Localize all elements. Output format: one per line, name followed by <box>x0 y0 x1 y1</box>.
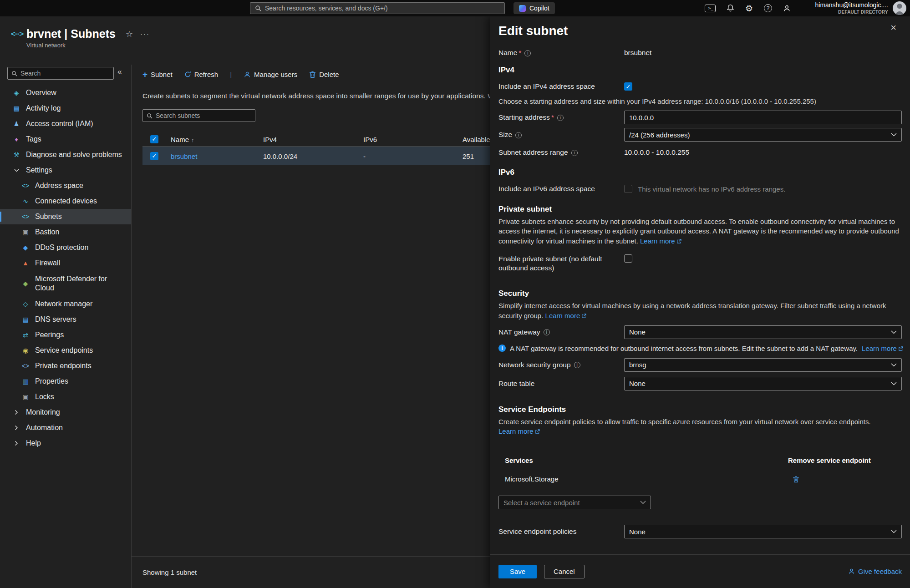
more-options-icon[interactable]: ··· <box>140 30 150 38</box>
starting-address-input[interactable] <box>624 111 902 124</box>
subnet-search[interactable] <box>142 109 255 122</box>
sidebar-group-monitoring[interactable]: Monitoring <box>0 405 131 420</box>
sidebar-item-ddos-protection[interactable]: ◆ DDoS protection <box>0 240 131 255</box>
subnets-icon: <> <box>20 213 31 220</box>
column-header-ipv6[interactable]: IPv6 <box>363 135 377 143</box>
collapse-menu-icon[interactable]: « <box>117 67 122 76</box>
notifications-icon[interactable] <box>727 4 734 12</box>
sidebar-search-input[interactable] <box>20 70 110 77</box>
nat-gateway-value: None <box>629 328 646 336</box>
sidebar-item-firewall[interactable]: ▲ Firewall <box>0 255 131 271</box>
sidebar-item-tags[interactable]: ♦ Tags <box>0 132 131 147</box>
sidebar-item-subnets[interactable]: <> Subnets <box>0 209 131 224</box>
copilot-button[interactable]: Copilot <box>513 2 555 14</box>
size-row: Sizei /24 (256 addresses) <box>498 128 902 142</box>
close-icon[interactable]: × <box>890 23 896 33</box>
help-icon[interactable]: ? <box>764 4 772 12</box>
column-header-ipv4[interactable]: IPv4 <box>263 135 277 143</box>
private-subnet-heading: Private subnet <box>498 205 902 214</box>
sidebar-item-address-space[interactable]: <> Address space <box>0 178 131 193</box>
sidebar-group-settings[interactable]: Settings <box>0 162 131 178</box>
nat-gateway-select[interactable]: None <box>624 325 902 339</box>
learn-more-link[interactable]: Learn more <box>862 345 903 352</box>
sidebar-divider <box>131 65 132 588</box>
private-subnet-checkbox[interactable] <box>624 254 632 263</box>
learn-more-link[interactable]: Learn more <box>640 237 681 245</box>
route-table-row: Route table None <box>498 377 902 390</box>
nsg-select[interactable]: brnsg <box>624 358 902 372</box>
select-all-checkbox[interactable]: ✓ <box>150 135 158 143</box>
sidebar-item-label: Service endpoints <box>35 346 93 355</box>
check-icon: ✓ <box>152 136 157 142</box>
sidebar-item-private-endpoints[interactable]: <> Private endpoints <box>0 358 131 374</box>
sidebar-item-dns-servers[interactable]: ▤ DNS servers <box>0 312 131 327</box>
learn-more-link[interactable]: Learn more <box>498 427 540 435</box>
table-row[interactable]: ✓ brsubnet 10.0.0.0/24 - 251 <box>142 147 525 165</box>
sidebar-item-overview[interactable]: ◈ Overview <box>0 85 131 101</box>
give-feedback-link[interactable]: Give feedback <box>858 568 902 575</box>
sidebar-group-automation[interactable]: Automation <box>0 420 131 436</box>
sidebar-search[interactable] <box>7 67 114 80</box>
subnet-name-link[interactable]: brsubnet <box>171 152 197 160</box>
size-select[interactable]: /24 (256 addresses) <box>624 128 902 142</box>
chevron-right-icon <box>15 422 18 433</box>
avatar[interactable] <box>893 1 906 15</box>
row-checkbox[interactable]: ✓ <box>150 152 158 160</box>
sidebar-item-label: Overview <box>26 89 56 97</box>
info-icon[interactable]: i <box>515 132 522 138</box>
refresh-button[interactable]: Refresh <box>184 71 219 78</box>
info-icon[interactable]: i <box>557 115 564 121</box>
info-icon[interactable]: i <box>544 329 550 335</box>
sidebar-item-properties[interactable]: ▥ Properties <box>0 374 131 389</box>
sidebar-item-network-manager[interactable]: ◇ Network manager <box>0 296 131 312</box>
address-range-value: 10.0.0.0 - 10.0.0.255 <box>624 148 689 157</box>
settings-gear-icon[interactable]: ⚙ <box>745 3 753 14</box>
delete-button[interactable]: Delete <box>309 71 339 78</box>
global-search[interactable] <box>250 2 505 14</box>
cancel-button[interactable]: Cancel <box>544 565 585 578</box>
sidebar-group-help[interactable]: Help <box>0 436 131 451</box>
subnet-search-input[interactable] <box>156 112 251 119</box>
info-icon[interactable]: i <box>571 150 578 156</box>
route-table-select[interactable]: None <box>624 377 902 390</box>
sidebar-item-label: Connected devices <box>35 197 97 205</box>
ipv4-include-checkbox[interactable]: ✓ <box>624 82 632 91</box>
sidebar-item-peerings[interactable]: ⇄ Peerings <box>0 327 131 343</box>
policies-select[interactable]: None <box>624 525 902 538</box>
service-endpoint-select[interactable]: Select a service endpoint <box>498 496 651 509</box>
feedback-icon[interactable] <box>783 5 791 12</box>
chevron-down-icon <box>891 330 897 334</box>
ipv4-heading: IPv4 <box>498 66 902 75</box>
private-subnet-enable-label: Enable private subnet (no default outbou… <box>498 254 617 273</box>
info-icon[interactable]: i <box>524 50 531 56</box>
cloud-shell-icon[interactable]: >_ <box>705 5 716 12</box>
user-directory: DEFAULT DIRECTORY <box>815 10 888 15</box>
sidebar-item-activity-log[interactable]: ▤ Activity log <box>0 101 131 116</box>
defender-icon: ◆ <box>20 280 31 287</box>
edit-subnet-panel: Edit subnet × Name*i brsubnet IPv4 Inclu… <box>490 16 910 588</box>
subnet-available-value: 251 <box>463 152 474 160</box>
sidebar-item-service-endpoints[interactable]: ◉ Service endpoints <box>0 343 131 358</box>
policies-row: Service endpoint policies None <box>498 525 902 538</box>
sidebar-item-defender[interactable]: ◆ Microsoft Defender for Cloud <box>0 271 131 296</box>
ipv4-hint: Choose a starting address and size withi… <box>498 97 902 105</box>
services-column-label: Services <box>505 456 788 464</box>
column-header-name[interactable]: Name↑ <box>171 135 194 143</box>
save-button[interactable]: Save <box>498 565 537 578</box>
favorite-star-icon[interactable]: ☆ <box>126 29 133 39</box>
sidebar-item-access-control[interactable]: ♟ Access control (IAM) <box>0 116 131 132</box>
remove-service-endpoint-icon[interactable] <box>793 476 799 483</box>
account-info[interactable]: himanshu@itsumologic.... DEFAULT DIRECTO… <box>815 1 888 15</box>
sidebar-item-locks[interactable]: ▣ Locks <box>0 389 131 405</box>
learn-more-link[interactable]: Learn more <box>545 312 587 319</box>
sidebar-item-diagnose[interactable]: ⚒ Diagnose and solve problems <box>0 147 131 162</box>
global-search-input[interactable] <box>265 5 500 12</box>
add-subnet-button[interactable]: + Subnet <box>142 70 173 79</box>
sidebar-item-connected-devices[interactable]: ∿ Connected devices <box>0 193 131 209</box>
sidebar-item-bastion[interactable]: ▣ Bastion <box>0 224 131 240</box>
info-icon[interactable]: i <box>574 362 580 368</box>
chevron-down-icon <box>891 133 897 137</box>
help-glyph: ? <box>767 5 770 11</box>
manage-users-button[interactable]: Manage users <box>244 71 297 78</box>
sidebar-item-label: Tags <box>26 135 41 143</box>
